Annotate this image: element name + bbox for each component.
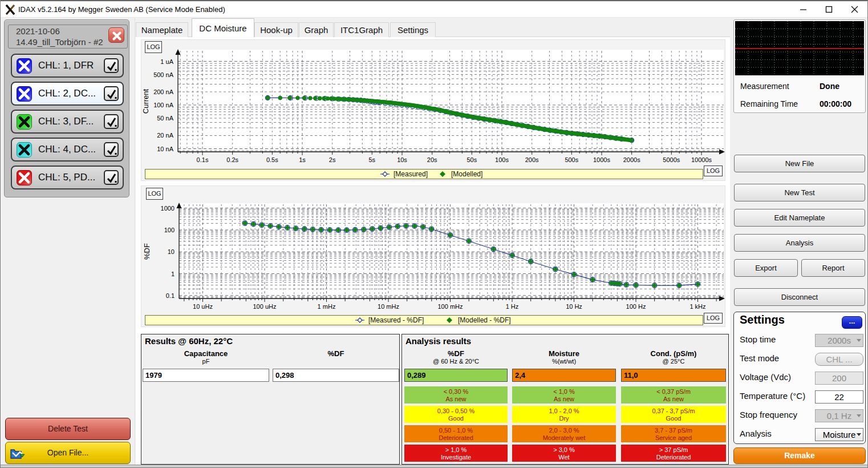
remake-button[interactable]: Remake <box>733 447 866 464</box>
settings-more-button[interactable]: ... <box>842 316 862 329</box>
window-title: IDAX v5.2.164 by Megger Sweden AB (Servi… <box>18 5 225 14</box>
channel-button-2[interactable]: CHL: 2, DC... <box>11 82 124 106</box>
tab-label: Nameplate <box>136 25 188 35</box>
test-name: 14.49_till_Torbjörn - #2 <box>16 37 103 47</box>
app-window: IDAX v5.2.164 by Megger Sweden AB (Servi… <box>0 0 868 468</box>
analysis-col-unit: %(wt/wt) <box>513 358 615 365</box>
sidebar: 2021-10-06 14.49_till_Torbjörn - #2 CHL:… <box>1 18 135 465</box>
close-button[interactable] <box>845 1 864 18</box>
chart-legend: [Measured - %DF][Modelled - %DF] <box>145 315 703 325</box>
tab-label: DC Moisture <box>192 23 254 33</box>
measured-marker-icon <box>355 317 364 324</box>
log-scale-button[interactable]: LOG <box>704 313 723 324</box>
band-verdict: Wet <box>512 454 616 461</box>
legend-item-measured: [Measured - %DF] <box>355 316 424 324</box>
title-bar: IDAX v5.2.164 by Megger Sweden AB (Servi… <box>1 1 868 18</box>
export-button[interactable]: Export <box>734 259 798 277</box>
tab-graph[interactable]: Graph <box>299 22 334 37</box>
channel-checkbox[interactable] <box>104 170 119 185</box>
analysis-value: 11,0 <box>621 369 726 382</box>
edit-nameplate-button[interactable]: Edit Nameplate <box>734 209 865 227</box>
band-verdict: Moderately wet <box>512 434 616 442</box>
channel-x-icon <box>17 58 32 74</box>
app-logo-icon <box>5 5 15 15</box>
band-range: 2,0 - 3,0 % <box>512 427 616 434</box>
channel-checkbox[interactable] <box>104 86 119 101</box>
check-icon <box>106 172 117 184</box>
delete-test-button[interactable]: Delete Test <box>5 418 131 440</box>
tab-hook-up[interactable]: Hook-up <box>254 22 298 37</box>
log-scale-button[interactable]: LOG <box>146 188 163 200</box>
channel-checkbox[interactable] <box>104 58 119 73</box>
analysis-band-cell: 3,7 - 37 pS/mService aged <box>621 425 726 442</box>
analysis-band-cell: 0,37 - 3,7 pS/mGood <box>621 406 726 423</box>
channel-checkbox[interactable] <box>104 114 119 129</box>
new-test-button[interactable]: New Test <box>734 184 865 201</box>
setting-label-stop-frequency: Stop frequency <box>740 410 797 419</box>
setting-select-analysis[interactable]: Moisture <box>815 428 863 441</box>
band-range: 1,0 - 2,0 % <box>512 408 616 415</box>
test-close-button[interactable] <box>108 27 124 43</box>
settings-box: Settings ... Stop time2000sTest modeCHL … <box>733 312 866 444</box>
status-label: Measurement <box>740 82 789 91</box>
report-button[interactable]: Report <box>801 259 865 277</box>
setting-label-voltage: Voltage (Vdc) <box>740 372 791 382</box>
tab-settings[interactable]: Settings <box>390 22 436 37</box>
band-range: < 0,30 % <box>404 388 508 396</box>
band-range: > 37 pS/m <box>621 446 726 454</box>
window-bottom-edge <box>1 465 868 468</box>
channel-label: CHL: 2, DC... <box>38 88 96 99</box>
tab-bar: NameplateDC MoistureHook-upGraphITC1Grap… <box>136 18 730 37</box>
maximize-button[interactable] <box>819 1 838 18</box>
check-icon <box>106 144 117 156</box>
setting-input-temperature[interactable]: 22 <box>815 390 863 404</box>
analysis-title: Analysis results <box>405 336 471 346</box>
disconnect-button[interactable]: Disconnect <box>734 288 865 306</box>
results-col-label: Capacitance <box>155 349 257 358</box>
setting-select-stop-time[interactable]: 2000s <box>815 334 863 347</box>
legend-label: [Modelled - %DF] <box>458 316 511 324</box>
channel-label: CHL: 5, PD... <box>38 172 95 183</box>
channel-button-3[interactable]: CHL: 3, DF... <box>11 110 124 134</box>
minimize-button[interactable] <box>793 1 813 18</box>
channel-checkbox[interactable] <box>104 142 119 157</box>
channel-button-1[interactable]: CHL: 1, DFR <box>11 54 124 78</box>
band-range: < 0,37 pS/m <box>621 388 726 396</box>
analysis-band-cell: 0,50 - 1,0 %Deteriorated <box>404 425 508 442</box>
band-verdict: Investigate <box>404 454 508 461</box>
analysis-col-unit: @ 25°C <box>622 358 725 365</box>
band-verdict: Deteriorated <box>621 454 726 461</box>
band-range: < 1,0 % <box>512 388 616 396</box>
log-scale-button[interactable]: LOG <box>145 41 162 53</box>
chevron-down-icon <box>857 414 861 417</box>
channel-x-icon <box>17 86 32 102</box>
analysis-button[interactable]: Analysis <box>734 234 865 252</box>
tab-nameplate[interactable]: Nameplate <box>136 22 188 37</box>
setting-label-stop-time: Stop time <box>740 334 776 344</box>
tab-itc1graph[interactable]: ITC1Graph <box>334 22 389 37</box>
legend-item-measured: [Measured] <box>380 170 428 178</box>
open-file-button[interactable]: Open File... <box>5 442 131 464</box>
channel-button-5[interactable]: CHL: 5, PD... <box>11 166 124 189</box>
setting-select-stop-frequency[interactable]: 0,1 Hz <box>815 409 863 422</box>
test-header[interactable]: 2021-10-06 14.49_till_Torbjörn - #2 <box>8 25 128 49</box>
analysis-band-cell: 1,0 - 2,0 %Dry <box>512 406 616 423</box>
analysis-col-label: Cond. (pS/m) <box>622 349 725 358</box>
check-icon <box>106 116 117 128</box>
results-col-label: %DF <box>285 349 387 358</box>
channel-x-icon <box>17 114 32 130</box>
tab-dc-moisture[interactable]: DC Moisture <box>192 18 254 37</box>
band-verdict: Good <box>621 415 726 422</box>
legend-label: [Modelled] <box>451 170 482 178</box>
setting-button-test-mode[interactable]: CHL ... <box>815 353 863 366</box>
log-scale-button[interactable]: LOG <box>704 166 723 176</box>
channel-button-4[interactable]: CHL: 4, DC... <box>11 138 124 162</box>
settings-title: Settings <box>740 313 785 326</box>
setting-input-voltage[interactable]: 200 <box>815 372 863 385</box>
scope-preview <box>735 21 864 75</box>
setting-value: Moisture <box>823 430 856 439</box>
new-file-button[interactable]: New File <box>734 155 865 172</box>
tab-label: ITC1Graph <box>335 25 388 35</box>
channel-label: CHL: 4, DC... <box>38 144 96 155</box>
analysis-band-cell: > 1,0 %Investigate <box>404 445 508 462</box>
